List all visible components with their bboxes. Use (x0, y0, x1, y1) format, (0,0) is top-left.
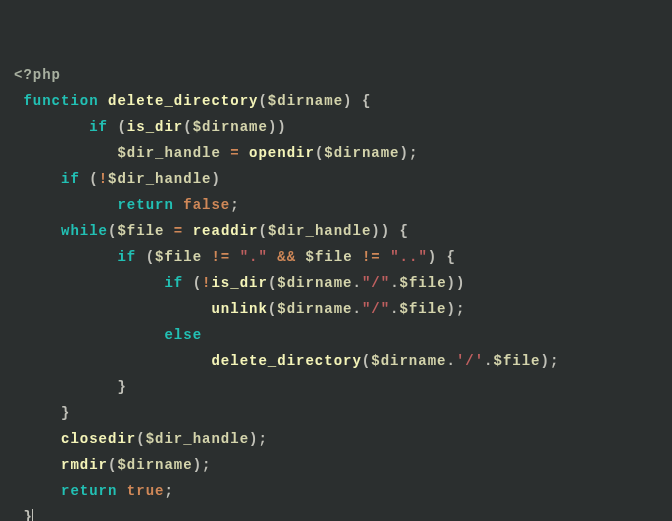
var-dir-handle: $dir_handle (117, 145, 220, 161)
code-block: <?php function delete_directory($dirname… (14, 62, 658, 521)
var-file: $file (117, 223, 164, 239)
fn-opendir: opendir (249, 145, 315, 161)
str-dot: "." (240, 249, 268, 265)
var-dirname: $dirname (268, 93, 343, 109)
kw-if: if (89, 119, 108, 135)
php-open-tag: <?php (14, 67, 61, 83)
concat: . (353, 275, 362, 291)
str-slash-sq: '/' (456, 353, 484, 369)
fn-rmdir: rmdir (61, 457, 108, 473)
fn-delete-directory: delete_directory (108, 93, 258, 109)
rparen: ) (343, 93, 352, 109)
str-dotdot: ".." (390, 249, 428, 265)
lbrace: { (362, 93, 371, 109)
fn-unlink: unlink (211, 301, 267, 317)
kw-while: while (61, 223, 108, 239)
str-slash: "/" (362, 275, 390, 291)
bool-true: true (127, 483, 165, 499)
op-not: ! (99, 171, 108, 187)
fn-is-dir: is_dir (127, 119, 183, 135)
kw-else: else (164, 327, 202, 343)
lparen: ( (258, 93, 267, 109)
kw-return: return (117, 197, 173, 213)
bool-false: false (183, 197, 230, 213)
kw-function: function (23, 93, 98, 109)
op-and: && (277, 249, 296, 265)
rbrace: } (117, 379, 126, 395)
semi: ; (409, 145, 418, 161)
op-neq: != (211, 249, 230, 265)
fn-readdir: readdir (193, 223, 259, 239)
op-assign: = (230, 145, 239, 161)
fn-closedir: closedir (61, 431, 136, 447)
text-cursor (32, 509, 33, 521)
